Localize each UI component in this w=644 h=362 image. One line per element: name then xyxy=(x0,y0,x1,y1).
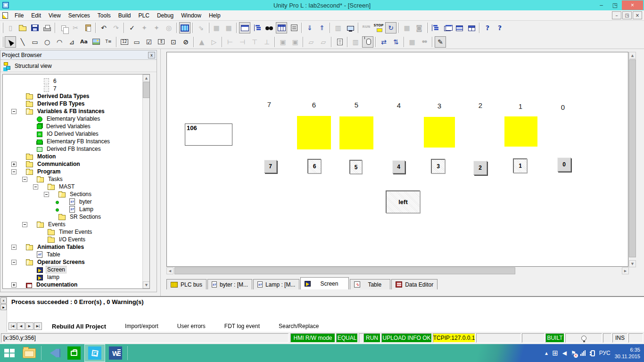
slider-tool-icon[interactable]: ⊡ xyxy=(168,36,179,48)
tab-table[interactable]: ∿Table xyxy=(350,279,390,289)
line-tool-icon[interactable]: ╲ xyxy=(17,36,28,48)
library-browser-icon[interactable] xyxy=(288,22,299,33)
tab-rebuild-all-project[interactable]: Rebuild All Project xyxy=(43,322,115,331)
tab-user-errors[interactable]: User errors xyxy=(169,322,214,331)
flip-vertical-icon[interactable]: ▷ xyxy=(208,36,220,48)
tab-first-icon[interactable]: |◀ xyxy=(8,322,17,330)
hidden-icons-chevron-icon[interactable]: ▴ xyxy=(545,350,548,356)
tree-item-elementary-fb-instances[interactable]: Elementary FB Instances xyxy=(3,138,111,145)
collapse-icon[interactable] xyxy=(33,184,38,189)
power-plug-icon[interactable] xyxy=(591,350,595,356)
structural-view-icon[interactable] xyxy=(251,22,263,33)
select-cursor-icon[interactable] xyxy=(5,36,16,48)
forbidden-icon[interactable]: ⊘ xyxy=(180,36,191,48)
bit-button-6[interactable]: 6 xyxy=(307,159,321,173)
bit-button-2[interactable]: 2 xyxy=(473,161,487,175)
tree-item-communication[interactable]: Communication xyxy=(3,160,81,168)
help-icon[interactable]: ? xyxy=(482,22,493,33)
tab-next-icon[interactable]: ▶ xyxy=(25,322,33,330)
align-bottom-icon[interactable]: ⊥ xyxy=(261,36,272,48)
tree-item-io-derived-variables[interactable]: ioIO Derived Variables xyxy=(3,130,99,138)
tree-scrollbar[interactable]: ▲ ▼ xyxy=(142,74,149,288)
screen-edit-icon[interactable]: ✎ xyxy=(435,36,446,48)
copy-icon[interactable] xyxy=(58,22,69,33)
run-icon[interactable]: RUN xyxy=(361,22,372,33)
pattern-insert2-icon[interactable]: ▦ xyxy=(223,22,234,33)
bring-front-icon[interactable]: ▱ xyxy=(305,36,317,48)
tree-item-elementary-variables[interactable]: Elementary Variables xyxy=(3,115,101,123)
windows-tray-icon[interactable]: ⊞ xyxy=(552,349,558,357)
speaker-icon[interactable]: ◀ xyxy=(562,350,567,356)
scroll-up-icon[interactable]: ▲ xyxy=(629,52,636,59)
tree-item-derived-fb-instances[interactable]: Derived FB Instances xyxy=(3,145,102,153)
cascade-windows-icon[interactable] xyxy=(441,22,453,33)
menu-file[interactable]: File xyxy=(11,11,27,20)
paste-icon[interactable] xyxy=(82,22,93,33)
project-browser-icon[interactable] xyxy=(239,22,250,33)
mouse-interaction-icon[interactable] xyxy=(362,36,373,48)
ellipse-tool-icon[interactable]: ○ xyxy=(41,36,53,48)
output-close-icon[interactable]: x xyxy=(0,297,7,304)
print-icon[interactable] xyxy=(41,22,53,33)
tab-import-export[interactable]: Import/export xyxy=(116,322,167,331)
left-button[interactable]: left xyxy=(386,190,420,213)
mdi-close-button[interactable]: × xyxy=(633,11,642,19)
bit-button-7[interactable]: 7 xyxy=(264,160,277,173)
stop-icon[interactable]: STOP xyxy=(373,22,384,33)
collapse-icon[interactable] xyxy=(44,192,49,197)
pattern-insert-icon[interactable]: ▦ xyxy=(211,22,222,33)
text-tool-icon[interactable]: Aa xyxy=(78,36,90,48)
scroll-up-icon[interactable]: ▲ xyxy=(143,74,150,82)
menu-plc[interactable]: PLC xyxy=(135,11,153,20)
link-order-icon[interactable]: ⇅ xyxy=(390,36,402,48)
menu-window[interactable]: Window xyxy=(177,11,205,20)
rack-preview-icon[interactable]: ▥ xyxy=(350,36,361,48)
upload-project-icon[interactable]: ⇑ xyxy=(316,22,328,33)
mdi-minimize-button[interactable]: – xyxy=(612,11,621,19)
collapse-icon[interactable] xyxy=(11,245,17,250)
undo-icon[interactable]: ↶ xyxy=(98,22,109,33)
operator-access-icon[interactable]: ◙ xyxy=(413,22,425,33)
signal-bars-icon[interactable] xyxy=(580,350,586,356)
tree-item-program[interactable]: Program xyxy=(3,168,61,175)
menu-view[interactable]: View xyxy=(45,11,65,20)
scroll-right-icon[interactable]: ▶ xyxy=(622,267,629,274)
tab-plc-bus[interactable]: PLC bus xyxy=(166,279,206,289)
collapse-icon[interactable] xyxy=(11,109,17,114)
tree-item-sr-sections[interactable]: SR Sections xyxy=(3,213,102,221)
unity-pro-taskbar-icon[interactable] xyxy=(84,344,105,362)
group-icon[interactable]: ▣ xyxy=(277,36,289,48)
rectangle-tool-icon[interactable]: ▭ xyxy=(29,36,41,48)
tree-item-lamp-section[interactable]: STLamp xyxy=(3,206,94,213)
scroll-down-icon[interactable]: ▼ xyxy=(143,281,150,288)
tree-item-events[interactable]: Events xyxy=(3,221,66,228)
simulator-screen-icon[interactable] xyxy=(345,22,356,33)
bit-button-3[interactable]: 3 xyxy=(431,159,445,173)
bit-button-5[interactable]: 5 xyxy=(349,160,362,174)
tab-last-icon[interactable]: ▶| xyxy=(34,322,42,330)
zoom-project-icon[interactable]: ◎ xyxy=(163,22,174,33)
import-file-icon[interactable]: ⇘ xyxy=(195,22,206,33)
align-left-icon[interactable]: ⊢ xyxy=(224,36,236,48)
network-flag-icon[interactable]: ⚑× xyxy=(571,350,576,356)
tab-screen[interactable]: Screen xyxy=(300,277,349,289)
bit-button-1[interactable]: 1 xyxy=(513,158,527,173)
plc-rack-icon[interactable]: ▥ xyxy=(332,22,344,33)
file-explorer-icon[interactable] xyxy=(19,344,40,362)
scroll-down-icon[interactable]: ▼ xyxy=(629,260,636,267)
tab-byter[interactable]: STbyter : [M... xyxy=(207,279,252,289)
restore-button[interactable]: ◳ xyxy=(608,0,622,10)
data-editor-table-icon[interactable] xyxy=(276,22,287,33)
hierarchy-view-icon[interactable] xyxy=(429,22,440,33)
spinbox-tool-icon[interactable]: ⇕ xyxy=(156,36,167,48)
send-back-icon[interactable]: ▱ xyxy=(318,36,329,48)
arc-tool-icon[interactable]: ◠ xyxy=(54,36,65,48)
tree-item-tasks[interactable]: Tasks xyxy=(3,175,64,183)
bit-button-4[interactable]: 4 xyxy=(392,160,405,173)
windows-store-icon[interactable] xyxy=(64,344,84,362)
tab-search-replace[interactable]: Search/Replace xyxy=(270,322,327,331)
properties-sheet-icon[interactable] xyxy=(334,36,345,48)
tree-item-io-events[interactable]: I/O Events xyxy=(3,236,86,243)
scroll-left-icon[interactable]: ◀ xyxy=(166,267,173,274)
download-project-icon[interactable]: ⇓ xyxy=(304,22,315,33)
